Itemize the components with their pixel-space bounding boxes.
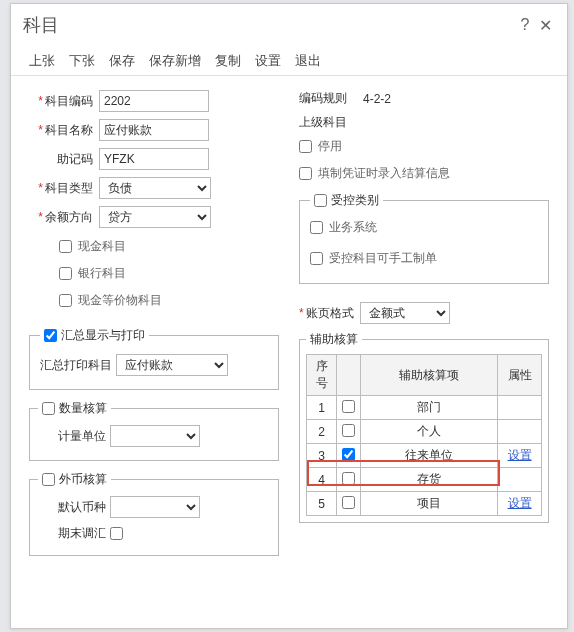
cashlike-label: 现金等价物科目 [78,292,162,309]
aux-row-attr-link[interactable]: 设置 [508,496,532,510]
disabled-label: 停用 [318,138,342,155]
toolbar-save[interactable]: 保存 [109,52,135,70]
fx-title: 外币核算 [59,471,107,488]
table-row[interactable]: 3往来单位设置 [307,444,542,468]
rule-label: 编码规则 [299,90,363,107]
balance-select[interactable]: 贷方 [99,206,211,228]
aux-title: 辅助核算 [306,331,362,348]
aux-fieldset: 辅助核算 序号 辅助核算项 属性 1部门2个人3往来单位设置4存货5项目设置 [299,331,549,523]
toolbar-next[interactable]: 下张 [69,52,95,70]
memo-input[interactable] [99,148,209,170]
summary-checkbox[interactable] [44,329,57,342]
aux-row-no: 3 [307,444,337,468]
disabled-checkbox[interactable] [299,140,312,153]
aux-col-chk [337,355,361,396]
table-row[interactable]: 1部门 [307,396,542,420]
ctrl-title: 受控类别 [331,192,379,209]
subject-dialog: 科目 ? ✕ 上张 下张 保存 保存新增 复制 设置 退出 科目编码 科目名称 … [10,3,568,629]
aux-row-checkbox[interactable] [342,424,355,437]
qty-unit-label: 计量单位 [58,428,106,445]
ctrl-biz-label: 业务系统 [329,219,377,236]
parent-label: 上级科目 [299,114,363,131]
fx-fieldset: 外币核算 默认币种 期末调汇 [29,471,279,556]
code-label: 科目编码 [29,93,99,110]
table-row[interactable]: 5项目设置 [307,492,542,516]
cash-label: 现金科目 [78,238,126,255]
aux-table: 序号 辅助核算项 属性 1部门2个人3往来单位设置4存货5项目设置 [306,354,542,516]
table-row[interactable]: 4存货 [307,468,542,492]
right-column: 编码规则 4-2-2 上级科目 停用 填制凭证时录入结算信息 受控类别 [299,90,549,566]
memo-label: 助记码 [29,151,99,168]
fx-checkbox[interactable] [42,473,55,486]
qty-unit-select[interactable] [110,425,200,447]
summary-title: 汇总显示与打印 [61,327,145,344]
aux-row-item: 个人 [361,420,498,444]
code-input[interactable] [99,90,209,112]
titlebar: 科目 ? ✕ [11,4,567,46]
format-label: 账页格式 [299,305,354,322]
cash-checkbox[interactable] [59,240,72,253]
name-label: 科目名称 [29,122,99,139]
aux-col-no: 序号 [307,355,337,396]
toolbar-exit[interactable]: 退出 [295,52,321,70]
fx-adj-label: 期末调汇 [58,525,106,542]
rule-value: 4-2-2 [363,92,391,106]
type-label: 科目类型 [29,180,99,197]
summary-print-select[interactable]: 应付账款 [116,354,228,376]
fx-curr-select[interactable] [110,496,200,518]
summary-fieldset: 汇总显示与打印 汇总打印科目 应付账款 [29,327,279,390]
ctrl-checkbox[interactable] [314,194,327,207]
aux-row-checkbox[interactable] [342,400,355,413]
qty-fieldset: 数量核算 计量单位 [29,400,279,461]
cashlike-checkbox[interactable] [59,294,72,307]
ctrl-manual-checkbox[interactable] [310,252,323,265]
format-select[interactable]: 金额式 [360,302,450,324]
aux-row-item: 项目 [361,492,498,516]
form-body: 科目编码 科目名称 助记码 科目类型 负债 余额方向 贷方 [11,76,567,566]
aux-row-no: 5 [307,492,337,516]
qty-checkbox[interactable] [42,402,55,415]
voucher-checkbox[interactable] [299,167,312,180]
aux-row-checkbox[interactable] [342,448,355,461]
bank-label: 银行科目 [78,265,126,282]
ctrl-manual-label: 受控科目可手工制单 [329,250,437,267]
bank-checkbox[interactable] [59,267,72,280]
voucher-label: 填制凭证时录入结算信息 [318,165,450,182]
toolbar: 上张 下张 保存 保存新增 复制 设置 退出 [11,46,567,76]
qty-title: 数量核算 [59,400,107,417]
name-input[interactable] [99,119,209,141]
toolbar-save-new[interactable]: 保存新增 [149,52,201,70]
aux-row-attr-link[interactable]: 设置 [508,448,532,462]
toolbar-copy[interactable]: 复制 [215,52,241,70]
help-icon[interactable]: ? [515,16,535,34]
aux-col-attr: 属性 [498,355,542,396]
type-select[interactable]: 负债 [99,177,211,199]
ctrl-fieldset: 受控类别 业务系统 受控科目可手工制单 [299,192,549,284]
balance-label: 余额方向 [29,209,99,226]
summary-print-label: 汇总打印科目 [40,357,112,374]
aux-col-item: 辅助核算项 [361,355,498,396]
aux-row-item: 往来单位 [361,444,498,468]
aux-row-checkbox[interactable] [342,472,355,485]
table-row[interactable]: 2个人 [307,420,542,444]
aux-row-no: 2 [307,420,337,444]
fx-adj-checkbox[interactable] [110,527,123,540]
aux-row-no: 1 [307,396,337,420]
close-icon[interactable]: ✕ [535,16,555,35]
aux-row-no: 4 [307,468,337,492]
toolbar-settings[interactable]: 设置 [255,52,281,70]
aux-row-item: 部门 [361,396,498,420]
ctrl-biz-checkbox[interactable] [310,221,323,234]
toolbar-prev[interactable]: 上张 [29,52,55,70]
aux-row-checkbox[interactable] [342,496,355,509]
left-column: 科目编码 科目名称 助记码 科目类型 负债 余额方向 贷方 [29,90,279,566]
fx-curr-label: 默认币种 [58,499,106,516]
window-title: 科目 [23,13,59,37]
aux-row-item: 存货 [361,468,498,492]
